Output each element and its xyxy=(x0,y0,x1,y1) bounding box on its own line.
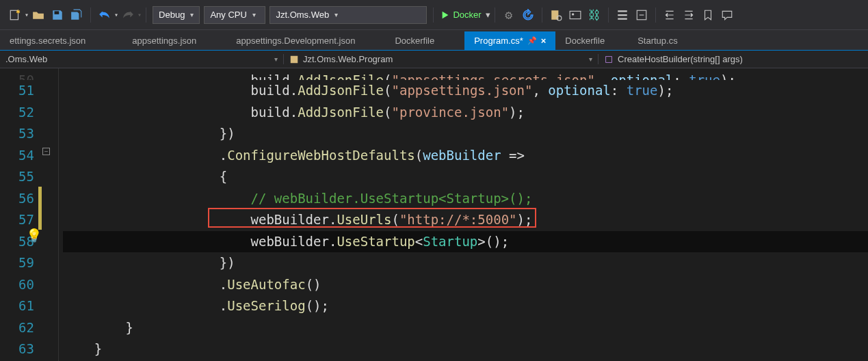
tab-startup-cs[interactable]: Startup.cs xyxy=(628,31,687,50)
redo-button[interactable] xyxy=(119,6,137,24)
outline-margin: − xyxy=(41,68,59,361)
highlight-box xyxy=(208,208,536,228)
svg-rect-8 xyxy=(291,55,298,63)
nav-class[interactable]: Jzt.Oms.Web.Program▾ xyxy=(284,54,599,64)
open-file-button[interactable] xyxy=(29,6,47,24)
image-icon[interactable] xyxy=(566,6,584,24)
code-editor[interactable]: 50 51 52 53 54 55 56 57 58 59 60 61 62 6… xyxy=(0,68,868,361)
main-toolbar: ✱ ▾ ▾ ▾ Debug▾ Any CPU▾ Jzt.Oms.Web▾ Doc… xyxy=(0,0,868,30)
change-marker xyxy=(38,187,42,230)
tab-appsettings-dev[interactable]: appsettings.Development.json xyxy=(226,31,365,50)
svg-point-6 xyxy=(572,13,574,15)
tab-dockerfile[interactable]: Dockerfile xyxy=(385,31,444,50)
restart-icon[interactable] xyxy=(519,6,537,24)
run-button[interactable]: Docker▾ xyxy=(440,10,490,20)
outdent-icon[interactable] xyxy=(661,6,679,24)
tab-appsettings[interactable]: appsettings.json xyxy=(122,31,206,50)
lightbulb-icon[interactable]: 💡 xyxy=(26,225,37,236)
undo-button[interactable] xyxy=(96,6,114,24)
pin-icon[interactable]: 📌 xyxy=(527,36,537,45)
comment-icon[interactable] xyxy=(718,6,736,24)
code-nav-bar: .Oms.Web▾ Jzt.Oms.Web.Program▾ CreateHos… xyxy=(0,51,868,68)
svg-rect-9 xyxy=(606,56,612,62)
line-number-gutter: 50 51 52 53 54 55 56 57 58 59 60 61 62 6… xyxy=(0,68,41,361)
list-icon[interactable] xyxy=(614,6,631,24)
svg-rect-3 xyxy=(551,10,558,20)
nav-member[interactable]: CreateHostBuilder(string[] args) xyxy=(599,54,868,64)
svg-rect-2 xyxy=(55,11,60,14)
tab-dockerfile-2[interactable]: Dockerfile xyxy=(555,31,614,50)
startup-project-combo[interactable]: Jzt.Oms.Web▾ xyxy=(269,6,427,24)
code-area[interactable]: 💡 build.AddJsonFile("appsettings.secrets… xyxy=(59,68,868,361)
tab-program-cs[interactable]: Program.cs*📌× xyxy=(464,31,555,50)
configuration-combo[interactable]: Debug▾ xyxy=(153,6,200,24)
save-all-button[interactable] xyxy=(68,6,86,24)
collapse-icon[interactable] xyxy=(633,6,650,24)
tab-strip: ettings.secrets.json appsettings.json ap… xyxy=(0,30,868,51)
nav-project[interactable]: .Oms.Web▾ xyxy=(0,54,284,64)
svg-rect-5 xyxy=(570,11,581,18)
close-icon[interactable]: × xyxy=(541,36,547,46)
platform-combo[interactable]: Any CPU▾ xyxy=(204,6,265,24)
bookmark-icon[interactable] xyxy=(699,6,717,24)
refresh-icon[interactable]: ⚙ xyxy=(500,6,518,24)
collapse-toggle[interactable]: − xyxy=(42,148,50,155)
indent-icon[interactable] xyxy=(680,6,698,24)
save-button[interactable] xyxy=(49,6,66,24)
browser-link-icon[interactable]: ⛓ xyxy=(586,6,603,24)
find-in-files-icon[interactable] xyxy=(547,6,565,24)
tab-secrets[interactable]: ettings.secrets.json xyxy=(0,31,95,50)
svg-text:✱: ✱ xyxy=(16,9,21,15)
new-item-button[interactable]: ✱ xyxy=(6,6,24,24)
